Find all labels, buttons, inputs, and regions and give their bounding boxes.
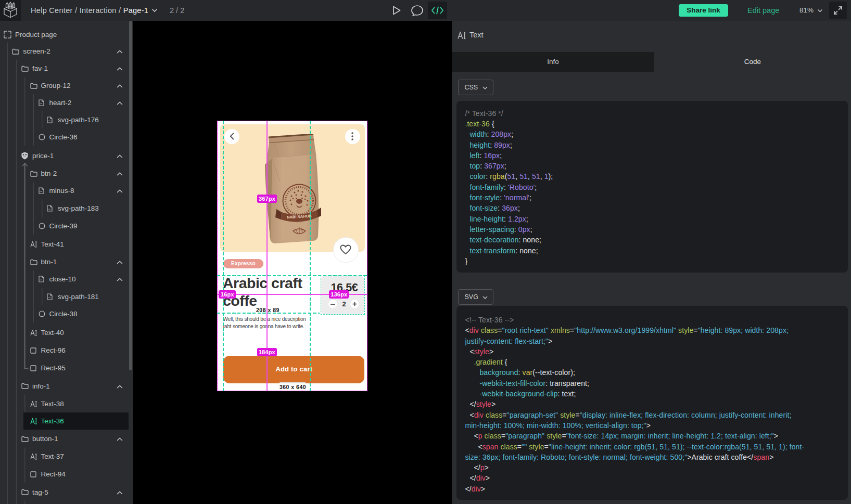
svg-text:····· ····: ····· ···· (296, 221, 302, 223)
